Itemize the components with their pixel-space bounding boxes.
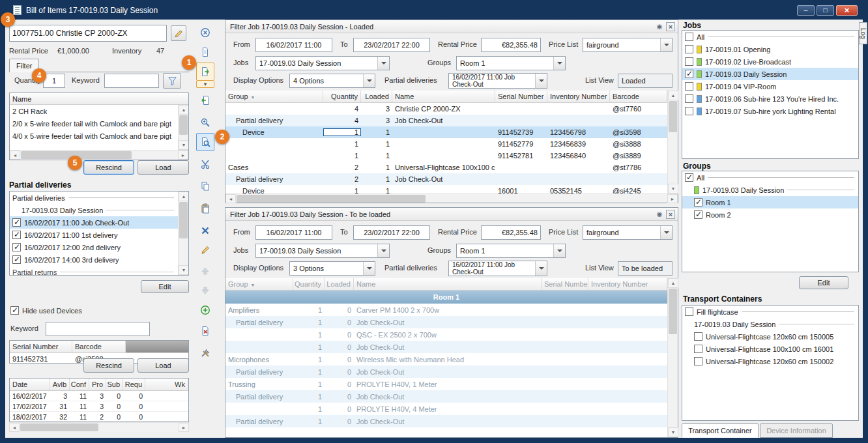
scroll-thumb[interactable] — [179, 115, 188, 135]
column-header[interactable]: Loaded — [361, 91, 392, 102]
column-header[interactable]: Serial Number — [495, 91, 547, 102]
column-header[interactable]: Barcode — [72, 341, 126, 352]
close-button[interactable] — [836, 5, 858, 16]
tab-device-information[interactable]: Device Information — [760, 423, 833, 438]
scroll-up-icon[interactable] — [668, 278, 678, 288]
load-button[interactable]: Load — [137, 160, 189, 175]
column-header[interactable]: Loaded — [325, 278, 354, 290]
job-item[interactable]: 17-0019.04 VIP-Room — [682, 80, 858, 93]
rescind-button[interactable]: Rescind — [83, 160, 134, 175]
delete-button[interactable] — [196, 222, 214, 240]
display-options-select[interactable]: 4 Options — [289, 74, 375, 88]
column-header[interactable]: Name — [354, 278, 542, 290]
job-item[interactable]: 17-0019.01 Opening — [682, 43, 858, 55]
item-name-row[interactable]: 4/0 x 5-wire feeder tail with Camlock an… — [10, 130, 178, 142]
checkbox[interactable] — [685, 57, 693, 66]
column-header[interactable]: Group — [225, 91, 323, 102]
scroll-thumb[interactable] — [20, 423, 98, 431]
transport-container-item[interactable]: Universal-Flightcase 100x100 cm 16001 — [682, 343, 858, 355]
job-item[interactable]: 17-0019.07 Sub-hire york Lighting Rental — [682, 105, 858, 117]
transport-container-item[interactable]: 17-0019.03 Daily Session — [682, 318, 858, 330]
checkbox[interactable] — [685, 107, 693, 115]
table-row[interactable]: Partial delivery10Job Check-Out — [225, 390, 667, 403]
keyword-input[interactable] — [104, 74, 159, 88]
table-row[interactable]: Cases21Universal-Flightcase 100x100 cm@s… — [225, 162, 667, 173]
column-header[interactable]: Requ — [123, 379, 145, 390]
partial-delivery-item[interactable]: Partial deliveries — [10, 192, 178, 204]
group-item[interactable]: All — [682, 171, 858, 184]
checkbox[interactable] — [12, 255, 21, 264]
edit-partial-deliveries-button[interactable]: Edit — [141, 280, 189, 293]
table-row[interactable]: Partial delivery10Job Check-Out — [225, 365, 667, 378]
scroll-thumb[interactable] — [669, 289, 677, 334]
list-view-box[interactable]: Loaded — [618, 74, 673, 88]
checkbox[interactable] — [685, 33, 693, 41]
job-item[interactable]: 17-0019.03 Daily Session — [682, 68, 858, 80]
checkbox[interactable] — [685, 45, 693, 53]
column-header[interactable]: Serial Number — [10, 341, 72, 352]
return-from-job-button[interactable] — [196, 91, 214, 109]
checkbox[interactable] — [694, 357, 702, 365]
transport-container-item[interactable]: Universal-Flightcase 120x60 cm 150002 — [682, 355, 858, 367]
rental-price-input[interactable] — [481, 38, 541, 52]
scroll-up-icon[interactable] — [179, 192, 189, 201]
table-row[interactable]: 10Job Check-Out — [225, 341, 667, 353]
to-input[interactable] — [353, 225, 430, 240]
float-panel-icon[interactable] — [655, 22, 664, 31]
table-row[interactable]: Amplifiers10Carver PM 1400 2 x 700w — [225, 304, 667, 316]
job-item[interactable]: 17-0019.06 Sub-hire 123 You're Hired Inc… — [682, 93, 858, 105]
partial-delivery-item[interactable]: 16/02/2017 11:00 1st delivery — [10, 229, 178, 241]
checkbox[interactable] — [12, 243, 21, 251]
cut-button[interactable] — [196, 155, 214, 173]
filter-button[interactable] — [163, 73, 181, 89]
load-into-job-button[interactable] — [196, 63, 214, 81]
item-name-row[interactable]: 2 CH Rack — [10, 105, 178, 117]
column-header[interactable]: Name — [392, 91, 495, 102]
column-header[interactable]: Quantity — [323, 91, 361, 102]
groups-select[interactable]: Room 1 — [456, 244, 566, 258]
tab-log[interactable]: Log — [859, 22, 867, 44]
jobs-select[interactable]: 17-0019.03 Daily Session — [255, 244, 390, 258]
maximize-button[interactable] — [817, 5, 834, 16]
tobeloaded-panel-header[interactable]: Filter Job 17-0019.03 Daily Session - To… — [225, 208, 678, 221]
quantity-input[interactable] — [43, 74, 65, 88]
partial-delivery-item[interactable]: 16/02/2017 12:00 2nd delivery — [10, 241, 178, 253]
column-header[interactable]: Barcode — [610, 91, 667, 102]
partial-deliveries-select[interactable]: 16/02/2017 11:00 Job Check-Out — [448, 261, 547, 276]
checkbox[interactable] — [694, 198, 702, 207]
scroll-left-icon[interactable] — [225, 194, 236, 203]
edit-pen-button[interactable] — [196, 241, 214, 259]
checkbox[interactable] — [685, 94, 693, 103]
loaded-table-vscrollbar[interactable] — [667, 91, 678, 193]
availability-row[interactable]: 17/02/20173111300 — [10, 401, 188, 412]
table-row[interactable]: Microphones10Wireless Mic with Neumann H… — [225, 353, 667, 365]
table-row[interactable]: 43Christie CP 2000-ZX@st7760 — [225, 103, 667, 115]
close-panel-icon[interactable] — [666, 210, 675, 219]
column-header[interactable]: Serial Number — [542, 278, 588, 290]
column-header[interactable]: Group — [225, 278, 293, 290]
scroll-down-icon[interactable] — [668, 427, 678, 437]
group-item[interactable]: 17-0019.03 Daily Session — [682, 184, 858, 196]
scroll-down-icon[interactable] — [179, 140, 189, 150]
column-header[interactable]: Conf — [70, 379, 89, 390]
groups-select[interactable]: Room 1 — [456, 56, 566, 70]
table-row[interactable]: 10PROLYTE H40V, 4 Meter — [225, 403, 667, 415]
table-row[interactable]: Partial delivery10Job Check-Out — [225, 316, 667, 328]
scroll-right-icon[interactable] — [178, 150, 188, 160]
column-header[interactable]: Inventory Number — [588, 278, 667, 290]
name-list-hscrollbar[interactable] — [10, 150, 188, 160]
name-list-vscrollbar[interactable] — [178, 105, 188, 150]
scroll-left-icon[interactable] — [9, 423, 20, 432]
column-header[interactable]: Inventory Number — [547, 91, 610, 102]
hide-used-devices-checkbox[interactable] — [10, 306, 19, 315]
display-options-select[interactable]: 3 Options — [289, 261, 375, 276]
availability-row[interactable]: 16/02/2017311300 — [10, 391, 188, 401]
keyword2-input[interactable] — [46, 322, 150, 336]
price-list-select[interactable]: fairground — [583, 225, 673, 240]
minimize-button[interactable] — [797, 5, 815, 16]
checkbox[interactable] — [685, 70, 693, 78]
checkbox[interactable] — [694, 210, 702, 219]
scroll-thumb[interactable] — [179, 202, 188, 238]
remove-document-button[interactable] — [196, 322, 214, 340]
jobs-select[interactable]: 17-0019.03 Daily Session — [255, 56, 390, 70]
